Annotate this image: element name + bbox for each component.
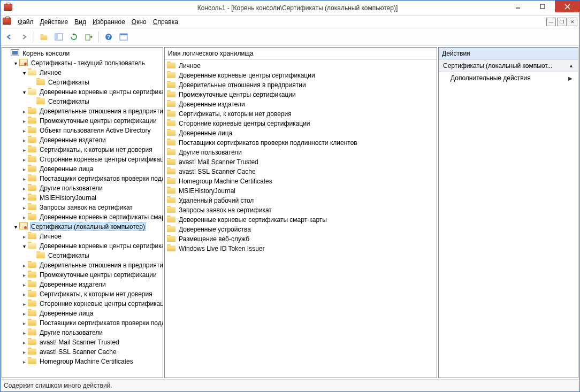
tree-item[interactable]: ▸Сертификаты, к которым нет доверия [2,145,163,155]
expander-closed-icon[interactable]: ▸ [20,185,28,192]
expander-closed-icon[interactable]: ▸ [20,358,28,365]
expander-closed-icon[interactable]: ▸ [20,107,28,115]
expander-closed-icon[interactable]: ▸ [20,290,28,298]
expander-closed-icon[interactable]: ▸ [20,233,28,240]
mdi-restore-button[interactable]: ❐ [557,18,567,26]
list-item[interactable]: Промежуточные центры сертификации [165,90,437,99]
tree-item[interactable]: ▾Личное [2,68,163,78]
expander-open-icon[interactable]: ▾ [20,88,28,96]
list-view[interactable]: ЛичноеДоверенные корневые центры сертифи… [165,60,437,378]
export-button[interactable] [82,30,95,43]
actions-group-header[interactable]: Сертификаты (локальный компьют... ▲ [439,60,578,72]
expander-closed-icon[interactable]: ▸ [20,175,28,182]
list-item[interactable]: Запросы заявок на сертификат [165,205,437,215]
tree-view[interactable]: Корень консоли▾Сертификаты - текущий пол… [2,48,163,378]
list-item[interactable]: Размещение веб-служб [165,234,437,244]
menu-help[interactable]: Справка [150,17,181,27]
close-button[interactable] [555,1,579,12]
expander-closed-icon[interactable]: ▸ [20,213,28,221]
expander-closed-icon[interactable]: ▸ [20,262,28,269]
new-window-button[interactable] [117,30,130,43]
help-button[interactable]: ? [102,30,115,43]
list-item[interactable]: Доверенные корневые центры сертификации [165,71,437,80]
list-item[interactable]: avast! SSL Scanner Cache [165,167,437,176]
list-column-header[interactable]: Имя логического хранилища [165,48,437,60]
mdi-minimize-button[interactable]: ― [546,18,556,26]
expander-closed-icon[interactable]: ▸ [20,310,28,317]
expander-closed-icon[interactable]: ▸ [20,146,28,153]
expander-closed-icon[interactable]: ▸ [20,194,28,202]
tree-item[interactable]: ▸Сертификаты, к которым нет доверия [2,289,163,299]
list-item[interactable]: Удаленный рабочий стол [165,196,437,205]
list-item[interactable]: Доверенные лица [165,128,437,138]
expander-closed-icon[interactable]: ▸ [20,204,28,211]
list-item[interactable]: Доверенные издатели [165,99,437,109]
list-item[interactable]: Сертификаты, к которым нет доверия [165,109,437,119]
menu-view[interactable]: Вид [71,17,89,27]
tree-item[interactable]: ▸Сторонние корневые центры сертификации [2,155,163,164]
tree-item[interactable]: Корень консоли [2,49,163,58]
expander-closed-icon[interactable]: ▸ [20,165,28,173]
menu-favorites[interactable]: Избранное [89,17,128,27]
tree-item[interactable]: ▸Доверительные отношения в предприятии [2,260,163,270]
tree-item[interactable]: ▾Доверенные корневые центры сертификации [2,87,163,97]
expander-closed-icon[interactable]: ▸ [20,300,28,308]
tree-item[interactable]: ▸Объект пользователя Active Directory [2,126,163,135]
expander-closed-icon[interactable]: ▸ [20,271,28,279]
tree-item[interactable]: Сертификаты [2,97,163,106]
mdi-close-button[interactable]: ✕ [568,18,577,26]
tree-item[interactable]: ▸MSIEHistoryJournal [2,193,163,203]
list-item[interactable]: Сторонние корневые центры сертификации [165,119,437,128]
expander-closed-icon[interactable]: ▸ [20,319,28,327]
tree-item[interactable]: ▸Поставщики сертификатов проверки подлин… [2,174,163,183]
minimize-button[interactable] [506,1,530,12]
list-item[interactable]: Homegroup Machine Certificates [165,176,437,186]
expander-closed-icon[interactable]: ▸ [20,329,28,336]
tree-item[interactable]: Сертификаты [2,78,163,87]
tree-item[interactable]: ▸Промежуточные центры сертификации [2,270,163,280]
back-button[interactable] [3,30,16,43]
expander-closed-icon[interactable]: ▸ [20,348,28,356]
menu-action[interactable]: Действие [37,17,72,27]
list-item[interactable]: Другие пользователи [165,148,437,157]
expander-open-icon[interactable]: ▾ [12,223,19,230]
expander-closed-icon[interactable]: ▸ [20,281,28,288]
show-hide-tree-button[interactable] [52,30,65,43]
list-item[interactable]: Личное [165,61,437,71]
expander-open-icon[interactable]: ▾ [12,59,19,67]
menu-file[interactable]: Файл [14,17,37,27]
list-item[interactable]: Поставщики сертификатов проверки подлинн… [165,138,437,148]
tree-item[interactable]: ▾Доверенные корневые центры сертификации [2,241,163,251]
actions-more[interactable]: Дополнительные действия ▶ [439,72,578,84]
expander-open-icon[interactable]: ▾ [20,242,28,250]
tree-item[interactable]: ▸Другие пользователи [2,328,163,337]
up-button[interactable] [37,30,50,43]
refresh-button[interactable] [67,30,80,43]
tree-item[interactable]: ▸Homegroup Machine Certificates [2,357,163,366]
menubar-app-icon[interactable] [3,18,11,26]
tree-item[interactable]: ▸Промежуточные центры сертификации [2,116,163,126]
tree-item[interactable]: ▸Доверенные лица [2,309,163,318]
expander-closed-icon[interactable]: ▸ [20,339,28,346]
expander-closed-icon[interactable]: ▸ [20,117,28,125]
tree-item[interactable]: ▸Доверенные корневые сертификаты смарт-к… [2,212,163,222]
tree-item[interactable]: ▸Личное [2,232,163,241]
tree-item[interactable]: ▸Доверенные лица [2,164,163,174]
maximize-button[interactable] [530,1,555,12]
expander-closed-icon[interactable]: ▸ [20,127,28,134]
tree-item[interactable]: ▸avast! SSL Scanner Cache [2,347,163,357]
tree-item[interactable]: ▸Другие пользователи [2,183,163,193]
tree-item[interactable]: ▾Сертификаты - текущий пользователь [2,58,163,68]
expander-closed-icon[interactable]: ▸ [20,156,28,163]
expander-open-icon[interactable]: ▾ [20,69,28,76]
tree-item[interactable]: ▸Поставщики сертификатов проверки подлин… [2,318,163,328]
tree-item[interactable]: ▸avast! Mail Scanner Trusted [2,337,163,347]
list-item[interactable]: Windows Live ID Token Issuer [165,244,437,253]
tree-item[interactable]: ▸Доверенные издатели [2,135,163,145]
list-item[interactable]: MSIEHistoryJournal [165,186,437,196]
menu-window[interactable]: Окно [128,17,150,27]
tree-item[interactable]: ▸Запросы заявок на сертификат [2,203,163,212]
tree-item[interactable]: ▸Сторонние корневые центры сертификации [2,299,163,309]
list-item[interactable]: Доверенные корневые сертификаты смарт-ка… [165,215,437,225]
tree-item[interactable]: Сертификаты [2,251,163,260]
